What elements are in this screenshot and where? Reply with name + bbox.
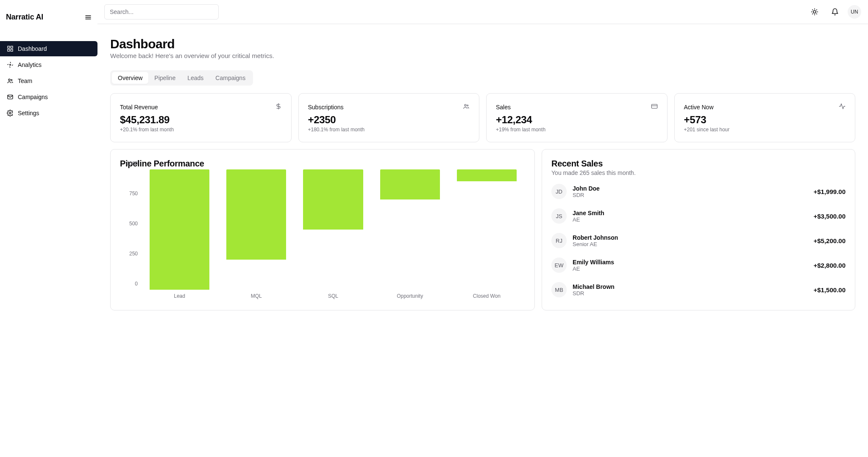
main-content: Dashboard Welcome back! Here's an overvi… xyxy=(97,24,868,323)
svg-point-8 xyxy=(8,79,10,80)
tab-leads[interactable]: Leads xyxy=(181,72,209,84)
stat-card-active: Active Now +573 +201 since last hour xyxy=(674,93,856,142)
tab-pipeline[interactable]: Pipeline xyxy=(148,72,181,84)
svg-point-23 xyxy=(467,105,468,106)
chart-column: SQL xyxy=(295,169,371,290)
pipeline-chart: 02505007501000 LeadMQLSQLOpportunityClos… xyxy=(120,169,525,301)
svg-rect-6 xyxy=(11,49,13,51)
sidebar-item-label: Team xyxy=(18,78,32,84)
users-icon xyxy=(463,103,470,111)
analytics-icon xyxy=(7,61,14,68)
sidebar: Narratic AI Dashboard Analytics Team Cam… xyxy=(0,0,97,457)
tab-campaigns[interactable]: Campaigns xyxy=(209,72,251,84)
sidebar-item-team[interactable]: Team xyxy=(0,73,97,89)
sale-role: SDR xyxy=(573,192,600,198)
menu-icon xyxy=(84,14,92,21)
sidebar-item-analytics[interactable]: Analytics xyxy=(0,57,97,72)
sale-row: JDJohn DoeSDR+$1,999.00 xyxy=(551,184,846,199)
sidebar-item-dashboard[interactable]: Dashboard xyxy=(0,41,97,56)
stat-label: Sales xyxy=(496,104,511,111)
svg-point-11 xyxy=(9,112,11,114)
sale-name: Jane Smith xyxy=(573,210,604,216)
stat-card-sales: Sales +12,234 +19% from last month xyxy=(486,93,668,142)
user-avatar-button[interactable]: UN xyxy=(848,5,861,19)
sale-avatar: JD xyxy=(551,184,567,199)
svg-rect-24 xyxy=(651,104,657,108)
sidebar-nav: Dashboard Analytics Team Campaigns Setti… xyxy=(0,29,97,121)
dashboard-icon xyxy=(7,45,14,52)
chart-bar xyxy=(226,169,286,260)
stat-value: +12,234 xyxy=(496,114,658,126)
recent-sales-title: Recent Sales xyxy=(551,159,846,169)
recent-sales-card: Recent Sales You made 265 sales this mon… xyxy=(542,149,855,310)
theme-toggle-button[interactable] xyxy=(807,4,822,19)
chart-xtick-label: Opportunity xyxy=(397,293,423,299)
svg-rect-5 xyxy=(8,49,10,51)
chart-ytick-label: 750 xyxy=(129,191,138,197)
sidebar-item-label: Settings xyxy=(18,110,39,116)
stat-delta: +201 since last hour xyxy=(684,127,846,133)
sidebar-item-settings[interactable]: Settings xyxy=(0,105,97,121)
stat-value: $45,231.89 xyxy=(120,114,282,126)
tabs: Overview Pipeline Leads Campaigns xyxy=(110,70,253,86)
team-icon xyxy=(7,78,14,84)
svg-line-19 xyxy=(812,14,813,14)
sale-amount: +$5,200.00 xyxy=(814,237,846,244)
recent-sales-subtitle: You made 265 sales this month. xyxy=(551,169,846,176)
stat-label: Active Now xyxy=(684,104,714,111)
sale-name: Michael Brown xyxy=(573,283,615,290)
sale-avatar: RJ xyxy=(551,233,567,248)
stat-delta: +20.1% from last month xyxy=(120,127,282,133)
svg-line-16 xyxy=(816,14,817,14)
gear-icon xyxy=(7,110,14,116)
chart-bar xyxy=(380,169,440,199)
sale-avatar: EW xyxy=(551,258,567,273)
chart-column: Closed Won xyxy=(448,169,525,290)
svg-point-12 xyxy=(813,11,816,13)
sidebar-toggle-button[interactable] xyxy=(81,11,95,24)
sidebar-item-label: Analytics xyxy=(18,61,42,68)
sun-icon xyxy=(811,8,818,16)
sale-row: MBMichael BrownSDR+$1,500.00 xyxy=(551,282,846,297)
pipeline-title: Pipeline Performance xyxy=(120,159,525,169)
stat-value: +573 xyxy=(684,114,846,126)
chart-bar xyxy=(457,169,517,181)
svg-rect-4 xyxy=(11,46,13,48)
sale-row: EWEmily WilliamsAE+$2,800.00 xyxy=(551,258,846,273)
chart-xtick-label: MQL xyxy=(251,293,262,299)
chart-column: MQL xyxy=(218,169,295,290)
sale-role: AE xyxy=(573,216,604,223)
search-input[interactable] xyxy=(104,4,219,19)
chart-column: Lead xyxy=(141,169,218,290)
chart-bar xyxy=(303,169,363,230)
sale-amount: +$1,999.00 xyxy=(814,188,846,195)
chart-column: Opportunity xyxy=(372,169,448,290)
chart-xtick-label: SQL xyxy=(328,293,338,299)
svg-point-22 xyxy=(465,104,466,106)
svg-rect-3 xyxy=(8,46,10,48)
sale-row: JSJane SmithAE+$3,500.00 xyxy=(551,208,846,224)
sidebar-item-label: Campaigns xyxy=(18,94,48,100)
credit-card-icon xyxy=(651,103,658,111)
chart-ytick-label: 0 xyxy=(135,281,138,287)
stat-delta: +180.1% from last month xyxy=(308,127,470,133)
notifications-button[interactable] xyxy=(827,4,843,19)
dollar-icon xyxy=(275,103,282,111)
chart-xtick-label: Lead xyxy=(174,293,185,299)
svg-line-15 xyxy=(812,10,813,10)
topbar: UN xyxy=(97,0,868,24)
page-title: Dashboard xyxy=(110,37,855,51)
sale-role: SDR xyxy=(573,290,615,296)
tab-overview[interactable]: Overview xyxy=(112,72,148,84)
sale-role: Senior AE xyxy=(573,241,618,247)
sidebar-item-campaigns[interactable]: Campaigns xyxy=(0,89,97,105)
svg-point-7 xyxy=(10,64,11,66)
chart-xtick-label: Closed Won xyxy=(473,293,501,299)
sale-row: RJRobert JohnsonSenior AE+$5,200.00 xyxy=(551,233,846,248)
chart-ytick-label: 500 xyxy=(129,221,138,227)
stat-delta: +19% from last month xyxy=(496,127,658,133)
sale-name: Emily Williams xyxy=(573,259,614,266)
sidebar-item-label: Dashboard xyxy=(18,45,47,52)
sale-name: John Doe xyxy=(573,185,600,192)
sale-avatar: JS xyxy=(551,208,567,224)
